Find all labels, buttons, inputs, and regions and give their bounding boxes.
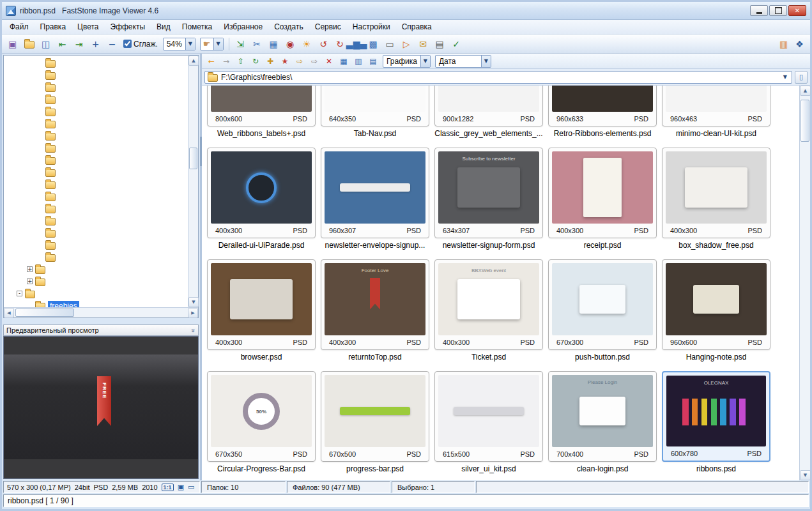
tree-vertical-scrollbar[interactable]: ▲ ▼	[188, 56, 198, 307]
view-tiles-icon[interactable]: ▥	[351, 55, 365, 68]
zoom-in-icon[interactable]: +	[88, 36, 103, 52]
tree-folder-row[interactable]	[4, 105, 188, 118]
smoothing-checkbox[interactable]	[123, 40, 132, 48]
histogram-icon[interactable]: ▃▆▄	[349, 36, 365, 52]
tree-folder-row[interactable]	[4, 154, 188, 166]
open-folder-icon[interactable]	[21, 36, 37, 52]
thumbnail-item[interactable]: 960x463 PSD minimo-clean-UI-kit.psd	[662, 86, 770, 148]
thumbnail-item[interactable]: Subscribe to newsletter 634x307 PSD news…	[434, 148, 543, 259]
thumbnail-cell[interactable]: 400x300 PSD	[662, 148, 770, 238]
move-to-folder-icon[interactable]: ⇨	[307, 55, 321, 68]
tree-folder-row[interactable]	[4, 190, 188, 202]
menu-item[interactable]: Файл	[4, 21, 34, 33]
thumbnail-item[interactable]: 800x600 PSD Web_ribbons_labels+.psd	[207, 86, 316, 148]
layout-toggle-icon[interactable]: ▯	[795, 71, 808, 84]
thumbnail-item[interactable]: BBXWeb event 400x300 PSD Ticket.psd	[434, 259, 543, 371]
up-folder-icon[interactable]: ⇧	[234, 55, 248, 68]
tree-folder-row[interactable]: freebies	[4, 300, 188, 307]
preview-panel-header[interactable]: Предварительный просмотр »	[3, 324, 199, 336]
thumbnail-item[interactable]: OLEGNAX 600x780 PSD ribbons.psd	[662, 371, 770, 480]
scroll-down-icon[interactable]: ▼	[188, 297, 199, 307]
canvas-icon[interactable]: ▦	[266, 36, 282, 52]
thumbnail-item[interactable]: 400x300 PSD browser.psd	[207, 259, 316, 371]
thumbnail-cell[interactable]: Please Login 700x400 PSD	[548, 371, 657, 462]
thumbnail-cell[interactable]: 960x307 PSD	[321, 148, 429, 238]
tree-folder-row[interactable]	[4, 202, 188, 215]
tree-folder-row[interactable]	[4, 142, 188, 154]
rotate-left-icon[interactable]: ↺	[316, 36, 332, 52]
chevron-down-icon[interactable]: ▼	[185, 38, 195, 50]
view-thumbs-icon[interactable]: ▦	[337, 55, 351, 68]
tree-folder-row[interactable]	[4, 118, 188, 130]
main-vscroll-track[interactable]	[800, 96, 810, 470]
thumbnail-cell[interactable]: 670x500 PSD	[321, 371, 429, 462]
thumbnail-cell[interactable]: 960x463 PSD	[662, 86, 770, 126]
menu-item[interactable]: Цвета	[72, 21, 103, 33]
chevron-down-icon[interactable]: ▼	[213, 38, 223, 50]
zoom-ratio-badge[interactable]: 1:1	[162, 484, 174, 491]
tree-folder-row[interactable]	[4, 130, 188, 142]
thumbnail-cell[interactable]: 800x600 PSD	[207, 86, 316, 126]
thumbnail-cell[interactable]: 900x1282 PSD	[434, 86, 543, 126]
title-bar[interactable]: ribbon.psdFastStone Image Viewer 4.6 ✕	[2, 2, 810, 20]
tree-folder-row[interactable]	[4, 239, 188, 251]
menu-item[interactable]: Справка	[397, 21, 437, 33]
minimize-button[interactable]	[750, 5, 768, 16]
thumbnail-cell[interactable]: 960x600 PSD	[662, 259, 770, 350]
preview-image[interactable]: FREE	[3, 336, 199, 479]
zoom-select[interactable]: 54% ▼	[163, 38, 195, 50]
scroll-up-icon[interactable]: ▲	[188, 56, 199, 66]
tree-hscroll-track[interactable]	[14, 308, 188, 317]
screen-icon[interactable]: ▭	[382, 36, 398, 52]
menu-item[interactable]: Избранное	[218, 21, 268, 33]
thumbnail-cell[interactable]: 615x500 PSD	[434, 371, 543, 462]
export-left-icon[interactable]: ⇤	[54, 36, 70, 52]
new-folder-icon[interactable]: ✚	[263, 55, 277, 68]
thumbnail-item[interactable]: 50% 670x350 PSD Circular-Progress-Bar.ps…	[207, 371, 316, 480]
thumbnail-item[interactable]: 400x300 PSD Derailed-ui-UiParade.psd	[207, 148, 316, 259]
slideshow-icon[interactable]: ▷	[399, 36, 415, 52]
thumbnail-cell[interactable]: OLEGNAX 600x780 PSD	[662, 371, 770, 462]
menu-item[interactable]: Сервис	[310, 21, 346, 33]
menu-item[interactable]: Создать	[269, 21, 309, 33]
menu-item[interactable]: Настройки	[348, 21, 395, 33]
tree-folder-row[interactable]: +	[4, 275, 188, 287]
hand-tool-select[interactable]: ☛ ▼	[200, 38, 224, 50]
view-list-icon[interactable]: ▤	[366, 55, 380, 68]
address-field[interactable]: F:\Graphics\freebies\ ▼	[204, 71, 792, 84]
thumbnail-item[interactable]: Please Login 700x400 PSD clean-login.psd	[548, 371, 657, 480]
menu-item[interactable]: Правка	[35, 21, 72, 33]
menu-item[interactable]: Эффекты	[105, 21, 151, 33]
thumbnail-item[interactable]: 400x300 PSD box_shadow_free.psd	[662, 148, 770, 259]
thumbnail-item[interactable]: 960x600 PSD Hanging-note.psd	[662, 259, 770, 371]
tree-folder-row[interactable]	[4, 178, 188, 190]
tree-expander-icon[interactable]: +	[27, 278, 33, 284]
copy-to-folder-icon[interactable]: ⇨	[293, 55, 307, 68]
tree-folder-row[interactable]	[4, 215, 188, 227]
tree-folder-row[interactable]: -	[4, 287, 188, 300]
tree-vscroll-thumb[interactable]	[189, 148, 197, 169]
chevron-down-icon[interactable]: ▼	[781, 74, 789, 80]
thumbnail-item[interactable]: 960x633 PSD Retro-Ribbons-elements.psd	[548, 86, 657, 148]
tree-folder-row[interactable]	[4, 69, 188, 81]
colors-icon[interactable]: ☀	[299, 36, 315, 52]
back-icon[interactable]: ←	[204, 55, 218, 68]
main-vscroll-thumb[interactable]	[801, 100, 809, 142]
menu-item[interactable]: Вид	[151, 21, 176, 33]
scroll-right-icon[interactable]: ▶	[188, 308, 198, 318]
fullscreen-icon[interactable]: ❖	[792, 36, 808, 52]
thumbnail-cell[interactable]: 50% 670x350 PSD	[207, 371, 316, 462]
scroll-left-icon[interactable]: ◀	[4, 308, 14, 318]
tree-folder-row[interactable]	[4, 57, 188, 69]
close-button[interactable]: ✕	[788, 5, 806, 16]
print-icon[interactable]: ▤	[432, 36, 448, 52]
save-icon[interactable]: ◫	[38, 36, 54, 52]
effects-icon[interactable]: ▩	[365, 36, 381, 52]
scroll-down-icon[interactable]: ▼	[800, 470, 811, 480]
settings-icon[interactable]: ✓	[448, 36, 464, 52]
thumbnail-item[interactable]: 400x300 PSD receipt.psd	[548, 148, 657, 259]
thumbnail-cell[interactable]: 400x300 PSD	[207, 148, 316, 238]
tree-folder-row[interactable]: +	[4, 263, 188, 275]
rotate-right-icon[interactable]: ↻	[332, 36, 348, 52]
thumbnail-cell[interactable]: 670x300 PSD	[548, 259, 657, 350]
